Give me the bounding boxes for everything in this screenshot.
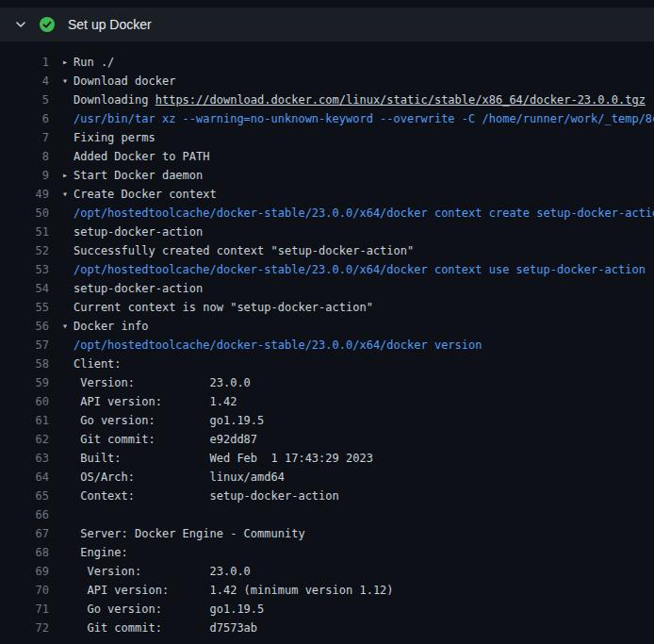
- line-number[interactable]: 5: [0, 93, 49, 107]
- log-line: 52Successfully created context "setup-do…: [0, 241, 654, 260]
- line-number[interactable]: 53: [0, 263, 49, 276]
- log-line: 61 Go version: go1.19.5: [0, 411, 654, 430]
- log-text: setup-docker-action: [74, 282, 203, 295]
- log-command-text: /opt/hostedtoolcache/docker-stable/23.0.…: [74, 339, 482, 352]
- log-text: Git commit: d7573ab: [74, 621, 257, 635]
- log-text: Engine:: [74, 546, 128, 559]
- log-command-text: /opt/hostedtoolcache/docker-stable/23.0.…: [74, 263, 646, 276]
- log-text: setup-docker-action: [74, 225, 203, 239]
- line-number[interactable]: 1: [0, 56, 49, 69]
- log-text: Run ./: [74, 56, 114, 69]
- log-line: 63 Built: Wed Feb 1 17:43:29 2023: [0, 449, 654, 468]
- line-number[interactable]: 64: [0, 471, 49, 484]
- log-link[interactable]: https://download.docker.com/linux/static…: [155, 93, 646, 107]
- log-text: Client:: [74, 357, 122, 371]
- group-chevron-expanded-icon[interactable]: ▾: [62, 317, 74, 336]
- log-text: Successfully created context "setup-dock…: [74, 244, 414, 257]
- log-text: API version: 1.42 (minimum version 1.12): [74, 584, 394, 597]
- log-command-text: /usr/bin/tar xz --warning=no-unknown-key…: [74, 112, 654, 125]
- log-line: 53/opt/hostedtoolcache/docker-stable/23.…: [0, 260, 654, 279]
- log-text: Git commit: e92dd87: [74, 433, 257, 446]
- log-line: 68 Engine:: [0, 543, 654, 562]
- workflow-log-view: Set up Docker 1▸Run ./4▾Download docker5…: [0, 8, 654, 637]
- log-text: Version: 23.0.0: [74, 376, 251, 389]
- log-panel: 1▸Run ./4▾Download docker5Downloading ht…: [0, 41, 654, 637]
- log-text: Downloading: [74, 93, 155, 107]
- line-number[interactable]: 71: [0, 603, 49, 616]
- log-command-text: /opt/hostedtoolcache/docker-stable/23.0.…: [74, 206, 654, 220]
- log-line: 55Current context is now "setup-docker-a…: [0, 298, 654, 317]
- line-number[interactable]: 67: [0, 527, 49, 540]
- line-number[interactable]: 59: [0, 376, 49, 389]
- log-line: 57/opt/hostedtoolcache/docker-stable/23.…: [0, 336, 654, 355]
- log-line: 71 Go version: go1.19.5: [0, 600, 654, 619]
- log-line: 6/usr/bin/tar xz --warning=no-unknown-ke…: [0, 109, 654, 128]
- line-number[interactable]: 65: [0, 489, 49, 503]
- line-number[interactable]: 51: [0, 225, 49, 239]
- log-line: 70 API version: 1.42 (minimum version 1.…: [0, 581, 654, 600]
- line-number[interactable]: 60: [0, 395, 49, 408]
- log-text: Added Docker to PATH: [74, 150, 210, 163]
- log-text: Docker info: [74, 320, 148, 333]
- log-line: 51setup-docker-action: [0, 223, 654, 241]
- log-text: API version: 1.42: [74, 395, 237, 408]
- step-title: Set up Docker: [68, 17, 152, 32]
- line-number[interactable]: 58: [0, 357, 49, 371]
- log-text: Go version: go1.19.5: [74, 414, 264, 427]
- log-line: 5Downloading https://download.docker.com…: [0, 91, 654, 109]
- log-line: 7Fixing perms: [0, 128, 654, 147]
- log-text: OS/Arch: linux/amd64: [74, 471, 285, 484]
- log-line: 8Added Docker to PATH: [0, 147, 654, 166]
- line-number[interactable]: 9: [0, 169, 49, 182]
- log-group-line[interactable]: 1▸Run ./: [0, 53, 654, 72]
- line-number[interactable]: 70: [0, 584, 49, 597]
- log-text: Current context is now "setup-docker-act…: [74, 301, 373, 314]
- line-number[interactable]: 55: [0, 301, 49, 314]
- log-text: Start Docker daemon: [74, 169, 203, 182]
- line-number[interactable]: 52: [0, 244, 49, 257]
- line-number[interactable]: 49: [0, 188, 49, 201]
- log-line: 65 Context: setup-docker-action: [0, 487, 654, 505]
- line-number[interactable]: 50: [0, 206, 49, 220]
- log-line: 66: [0, 505, 654, 524]
- log-line: 50/opt/hostedtoolcache/docker-stable/23.…: [0, 204, 654, 223]
- log-group-line[interactable]: 49▾Create Docker context: [0, 185, 654, 204]
- log-group-line[interactable]: 4▾Download docker: [0, 72, 654, 91]
- group-chevron-collapsed-icon[interactable]: ▸: [62, 166, 74, 185]
- line-number[interactable]: 6: [0, 112, 49, 125]
- group-chevron-expanded-icon[interactable]: ▾: [62, 185, 74, 204]
- group-chevron-collapsed-icon[interactable]: ▸: [62, 53, 74, 72]
- line-number[interactable]: 7: [0, 131, 49, 144]
- log-text: Go version: go1.19.5: [74, 603, 264, 616]
- log-text: Version: 23.0.0: [74, 565, 251, 578]
- log-text: Fixing perms: [74, 131, 155, 144]
- line-number[interactable]: 62: [0, 433, 49, 446]
- line-number[interactable]: 8: [0, 150, 49, 163]
- step-header[interactable]: Set up Docker: [0, 8, 654, 41]
- chevron-down-icon[interactable]: [15, 19, 26, 30]
- success-check-circle-icon: [40, 17, 55, 32]
- line-number[interactable]: 56: [0, 320, 49, 333]
- line-number[interactable]: 4: [0, 74, 49, 88]
- log-text: Server: Docker Engine - Community: [74, 527, 305, 540]
- log-text: Create Docker context: [74, 188, 217, 201]
- line-number[interactable]: 69: [0, 565, 49, 578]
- log-group-line[interactable]: 56▾Docker info: [0, 317, 654, 336]
- log-line: 64 OS/Arch: linux/amd64: [0, 468, 654, 487]
- line-number[interactable]: 66: [0, 508, 49, 521]
- log-line: 62 Git commit: e92dd87: [0, 430, 654, 449]
- log-text: Built: Wed Feb 1 17:43:29 2023: [74, 452, 373, 465]
- line-number[interactable]: 72: [0, 621, 49, 635]
- line-number[interactable]: 54: [0, 282, 49, 295]
- line-number[interactable]: 63: [0, 452, 49, 465]
- group-chevron-expanded-icon[interactable]: ▾: [62, 72, 74, 91]
- line-number[interactable]: 57: [0, 339, 49, 352]
- log-line: 60 API version: 1.42: [0, 392, 654, 411]
- line-number[interactable]: 61: [0, 414, 49, 427]
- log-line: 54setup-docker-action: [0, 279, 654, 298]
- log-group-line[interactable]: 9▸Start Docker daemon: [0, 166, 654, 185]
- log-text: Context: setup-docker-action: [74, 489, 339, 503]
- log-line: 67 Server: Docker Engine - Community: [0, 524, 654, 543]
- log-line: 72 Git commit: d7573ab: [0, 619, 654, 637]
- line-number[interactable]: 68: [0, 546, 49, 559]
